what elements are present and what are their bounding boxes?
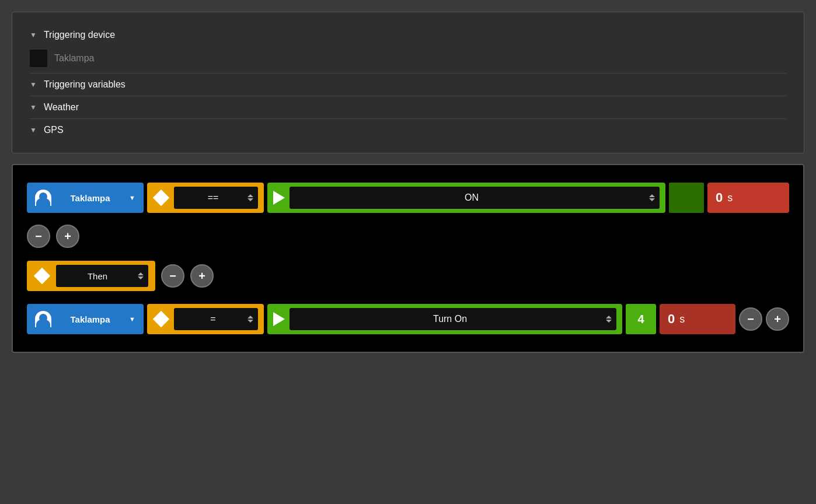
operator-spinner xyxy=(247,194,253,201)
add-then-button[interactable]: + xyxy=(190,264,214,288)
value-select-wrap: ON xyxy=(290,187,660,209)
chevron-icon-2: ▼ xyxy=(30,80,37,89)
action-diamond-icon xyxy=(153,311,169,327)
action-value-spinner xyxy=(606,316,612,323)
gps-section[interactable]: ▼ GPS xyxy=(30,119,786,141)
triggering-device-label: Triggering device xyxy=(44,30,115,40)
condition-timer-value: 0 xyxy=(716,190,723,205)
condition-timer: 0 s xyxy=(707,183,789,213)
then-row: Then − + xyxy=(27,261,789,291)
condition-device-button[interactable]: Taklampa ▼ xyxy=(27,183,144,213)
action-num-value-button[interactable]: 4 xyxy=(626,304,656,334)
top-panel: ▼ Triggering device Taklampa ▼ Triggerin… xyxy=(12,12,804,153)
then-select-wrap: Then xyxy=(56,265,148,287)
triggering-variables-section[interactable]: ▼ Triggering variables xyxy=(30,74,786,96)
action-value-text: Turn On xyxy=(294,314,606,324)
action-device-button[interactable]: Taklampa ▼ xyxy=(27,304,144,334)
action-device-arrow: ▼ xyxy=(129,316,135,323)
chevron-icon: ▼ xyxy=(30,31,37,39)
then-label: Then xyxy=(61,271,134,281)
remove-then-button[interactable]: − xyxy=(161,264,184,288)
add-condition-button[interactable]: + xyxy=(56,225,79,248)
action-operator-wrap: = xyxy=(174,308,258,330)
action-value-button[interactable]: Turn On xyxy=(267,304,622,334)
play-icon xyxy=(273,191,285,205)
action-operator-button[interactable]: = xyxy=(147,304,264,334)
then-button[interactable]: Then xyxy=(27,261,155,291)
weather-section[interactable]: ▼ Weather xyxy=(30,96,786,118)
device-name-label: Taklampa xyxy=(54,53,94,64)
value-spinner xyxy=(649,194,655,201)
action-timer-value: 0 xyxy=(668,312,675,327)
action-play-icon xyxy=(273,312,285,326)
gps-label: GPS xyxy=(44,125,64,135)
action-operator-spinner xyxy=(247,316,253,323)
triggering-device-section[interactable]: ▼ Triggering device xyxy=(30,24,786,46)
action-operator-value: = xyxy=(179,314,247,324)
action-value-wrap: Turn On xyxy=(290,308,616,330)
remove-action-button[interactable]: − xyxy=(739,307,762,331)
weather-label: Weather xyxy=(44,102,79,113)
then-diamond-icon xyxy=(34,268,50,284)
dark-green-button[interactable] xyxy=(669,183,704,213)
then-spinner xyxy=(138,272,144,279)
triggering-variables-label: Triggering variables xyxy=(44,79,125,90)
chevron-icon-3: ▼ xyxy=(30,103,37,111)
action-user-icon xyxy=(35,311,51,327)
operator-value: == xyxy=(179,192,247,203)
remove-condition-button[interactable]: − xyxy=(27,225,50,248)
action-device-name: Taklampa xyxy=(57,314,123,324)
action-row: Taklampa ▼ = Turn On xyxy=(27,304,789,334)
condition-value-button[interactable]: ON xyxy=(267,183,665,213)
device-row: Taklampa xyxy=(30,46,786,73)
action-num-value: 4 xyxy=(637,313,644,326)
user-icon xyxy=(35,190,51,206)
action-timer-unit: s xyxy=(679,313,685,326)
add-action-button[interactable]: + xyxy=(766,307,789,331)
device-color-box xyxy=(30,50,47,67)
chevron-icon-4: ▼ xyxy=(30,126,37,134)
condition-timer-unit: s xyxy=(727,192,733,204)
device-dropdown-arrow: ▼ xyxy=(129,194,135,201)
condition-value: ON xyxy=(294,192,649,203)
condition-device-name: Taklampa xyxy=(57,193,123,203)
operator-select-wrap: == xyxy=(174,187,258,209)
controls-row: − + xyxy=(27,225,789,248)
action-timer: 0 s xyxy=(660,304,735,334)
condition-operator-button[interactable]: == xyxy=(147,183,264,213)
condition-row: Taklampa ▼ == ON xyxy=(27,183,789,213)
diamond-icon xyxy=(153,190,169,206)
bottom-panel: Taklampa ▼ == ON xyxy=(12,164,804,353)
